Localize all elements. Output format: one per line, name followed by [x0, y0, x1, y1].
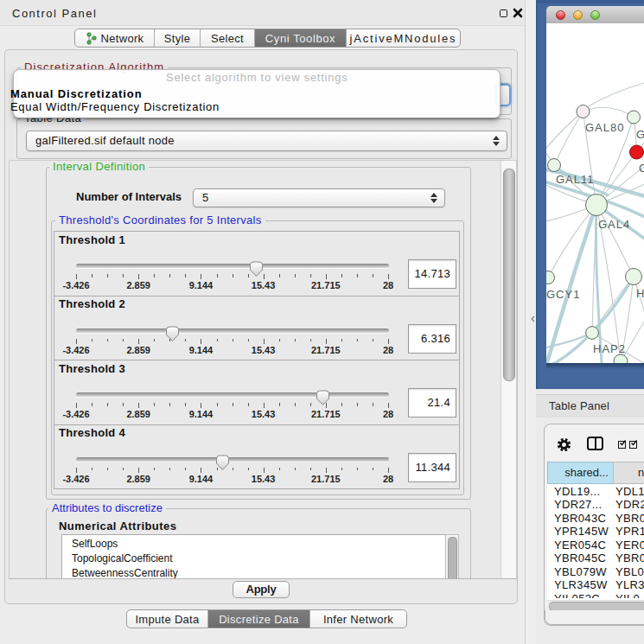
svg-text:GAL11: GAL11: [556, 173, 595, 186]
svg-text:CD: CD: [639, 162, 644, 175]
svg-text:GAL4: GAL4: [598, 218, 630, 231]
svg-text:GAL: GAL: [636, 128, 644, 141]
svg-text:GAL80: GAL80: [585, 121, 624, 134]
svg-text:HAP2: HAP2: [593, 342, 626, 355]
svg-text:GCY1: GCY1: [546, 288, 580, 301]
svg-text:HIS4: HIS4: [636, 287, 644, 300]
